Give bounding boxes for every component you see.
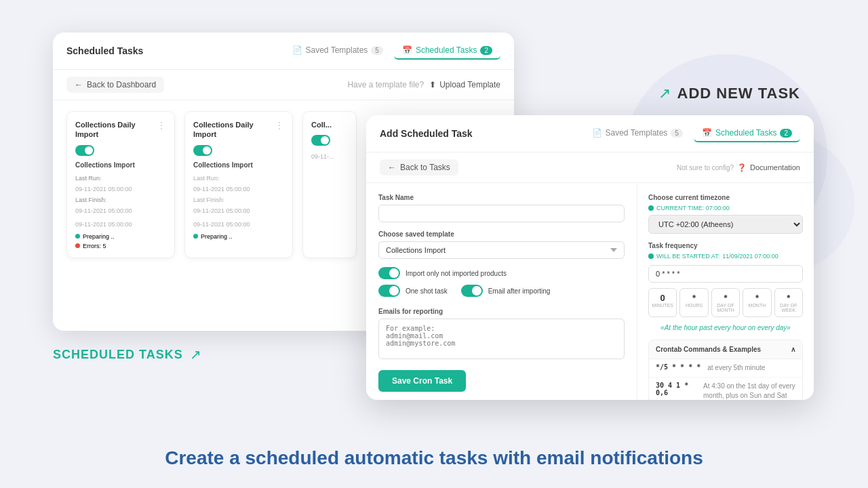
- chevron-up-icon[interactable]: ∧: [791, 346, 795, 353]
- cron-box-dom: * DAY OF MONTH: [711, 288, 740, 317]
- import-toggle[interactable]: [378, 267, 400, 279]
- calendar-icon-fg: 📅: [702, 128, 712, 138]
- time-dot: [648, 205, 654, 211]
- toggle-row-1: Import only not imported products: [378, 267, 625, 279]
- fg-toolbar: ← Back to Tasks Not sure to config? ❓ Do…: [366, 152, 814, 183]
- foreground-window: Add Scheduled Task 📄 Saved Templates 5 📅…: [366, 115, 814, 400]
- task-name-input[interactable]: [378, 205, 625, 222]
- task-card-2[interactable]: Collections Daily Import ⋮ Collections I…: [184, 111, 293, 258]
- bg-toolbar: ← Back to Dashboard Have a template file…: [53, 70, 514, 100]
- template-select[interactable]: Collections Import: [378, 241, 625, 259]
- cron-box-dow: * DAY OF WEEK: [774, 288, 803, 317]
- will-start-dot: [648, 253, 654, 259]
- email-toggle[interactable]: [461, 285, 483, 297]
- toggle-row-2: One shot task: [378, 285, 448, 297]
- template-icon: 📄: [292, 45, 302, 55]
- fg-back-arrow-icon: ←: [388, 163, 396, 172]
- fg-back-btn[interactable]: ← Back to Tasks: [380, 159, 458, 176]
- cron-boxes: 0 MINUTES * HOURS * DAY OF MONTH * MONTH…: [648, 288, 803, 317]
- bottom-tagline: Create a scheduled automatic tasks with …: [0, 447, 868, 469]
- bg-tab-scheduled-tasks[interactable]: 📅 Scheduled Tasks 2: [394, 42, 500, 60]
- cron-box-minutes: 0 MINUTES: [648, 288, 677, 317]
- help-icon: ❓: [737, 163, 747, 172]
- bg-tab-saved-templates[interactable]: 📄 Saved Templates 5: [284, 42, 391, 60]
- fg-left-panel: Task Name Choose saved template Collecti…: [366, 183, 637, 400]
- bg-back-btn[interactable]: ← Back to Dashboard: [66, 77, 164, 93]
- back-arrow-icon: ←: [75, 80, 83, 89]
- status-dot-red-1: [75, 243, 80, 248]
- template-area: Have a template file? ⬆ Upload Template: [347, 80, 500, 89]
- save-cron-task-btn[interactable]: Save Cron Task: [378, 370, 466, 392]
- fg-tab-scheduled-tasks[interactable]: 📅 Scheduled Tasks 2: [694, 125, 800, 142]
- bg-window-tabs: 📄 Saved Templates 5 📅 Scheduled Tasks 2: [284, 42, 500, 60]
- scheduled-tasks-arrow-icon: ↗: [190, 346, 201, 363]
- cron-box-hours: * HOURS: [679, 288, 708, 317]
- crontab-row-1: */5 * * * * at every 5th minute: [649, 359, 802, 378]
- documentation-btn[interactable]: Not sure to config? ❓ Documentation: [677, 163, 800, 172]
- timezone-select[interactable]: UTC +02:00 (Atheens): [648, 215, 803, 234]
- oneshot-toggle[interactable]: [378, 285, 400, 297]
- task-card-3[interactable]: Coll... 09-11-...: [302, 111, 357, 258]
- card-toggle-3[interactable]: [311, 135, 330, 146]
- will-start-badge: WILL BE STARTED AT: 11/09/2021 07:00:00: [648, 253, 803, 260]
- status-dot-green-2: [193, 234, 198, 239]
- status-dot-green-1: [75, 234, 80, 239]
- fg-body: Task Name Choose saved template Collecti…: [366, 183, 814, 400]
- fg-tab-saved-templates[interactable]: 📄 Saved Templates 5: [584, 125, 691, 142]
- scheduled-tasks-section-label: SCHEDULED TASKS ↗: [53, 346, 201, 363]
- upload-template-btn[interactable]: ⬆ Upload Template: [429, 80, 500, 89]
- fg-window-title: Add Scheduled Task: [380, 128, 473, 139]
- crontab-row-2: 30 4 1 * 0,6 At 4:30 on the 1st day of e…: [649, 378, 802, 400]
- arrow-up-icon: ↗: [658, 85, 671, 102]
- toggle-row-3: Email after importing: [461, 285, 551, 297]
- calendar-icon: 📅: [402, 45, 412, 55]
- crontab-section: Crontab Commands & Examples ∧ */5 * * * …: [648, 340, 803, 400]
- task-card-1[interactable]: Collections Daily Import ⋮ Collections I…: [66, 111, 175, 258]
- card-toggle-2[interactable]: [193, 145, 212, 156]
- cron-expression-input[interactable]: [648, 265, 803, 283]
- crontab-header: Crontab Commands & Examples ∧: [649, 340, 802, 359]
- card-toggle-1[interactable]: [75, 145, 94, 156]
- upload-icon: ⬆: [429, 80, 436, 89]
- bg-window-title: Scheduled Tasks: [66, 45, 143, 56]
- add-new-task-label: ↗ ADD NEW TASK: [658, 85, 800, 102]
- fg-right-panel: Choose current timezone CURRENT TIME: 07…: [637, 183, 814, 400]
- template-icon-fg: 📄: [592, 128, 602, 138]
- card-menu-1[interactable]: ⋮: [157, 120, 166, 131]
- fg-window-header: Add Scheduled Task 📄 Saved Templates 5 📅…: [366, 115, 814, 152]
- card-menu-2[interactable]: ⋮: [275, 120, 284, 131]
- bg-window-header: Scheduled Tasks 📄 Saved Templates 5 📅 Sc…: [53, 33, 514, 70]
- cron-box-month: * MONTH: [743, 288, 771, 317]
- current-time-badge: CURRENT TIME: 07:00:00: [648, 205, 803, 211]
- fg-window-tabs: 📄 Saved Templates 5 📅 Scheduled Tasks 2: [584, 125, 800, 142]
- emails-textarea[interactable]: [378, 319, 625, 359]
